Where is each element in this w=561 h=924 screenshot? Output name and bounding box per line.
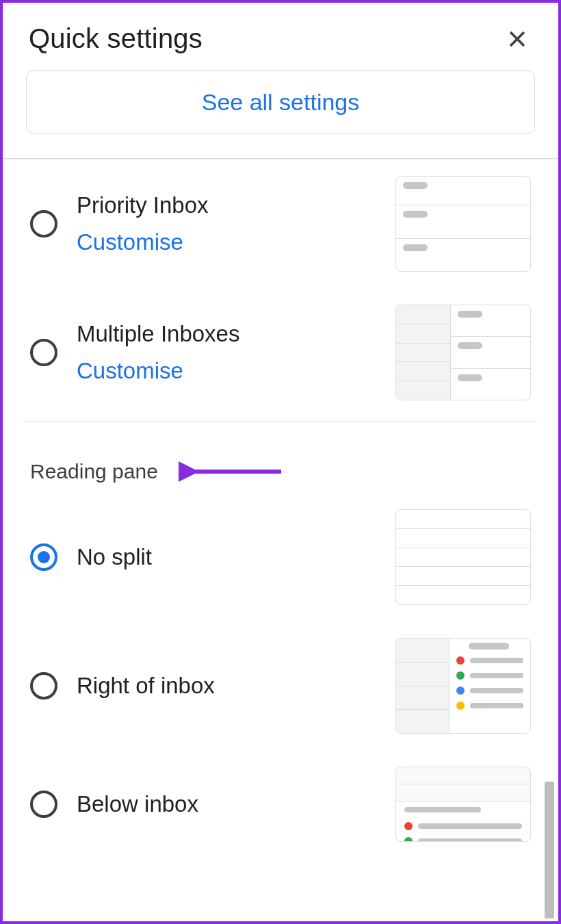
radio-below-inbox[interactable] [30,791,57,818]
close-icon [506,27,529,51]
see-all-settings-label: See all settings [202,89,360,116]
option-below-inbox[interactable]: Below inbox [3,750,558,858]
customise-link-multiple[interactable]: Customise [77,358,376,384]
option-multiple-inboxes[interactable]: Multiple Inboxes Customise [3,288,558,417]
header: Quick settings [3,3,558,70]
option-label: No split [77,544,376,570]
option-label: Below inbox [77,791,376,817]
preview-right-of-inbox [395,638,531,734]
option-label: Right of inbox [77,673,376,699]
see-all-settings-wrap: See all settings [3,70,558,158]
close-button[interactable] [502,24,532,54]
option-label: Priority Inbox [77,192,376,218]
section-divider [23,421,538,422]
option-text: Priority Inbox Customise [77,192,376,255]
see-all-settings-button[interactable]: See all settings [26,70,535,133]
annotation-arrow-icon [179,461,288,482]
preview-priority-inbox [395,176,531,272]
customise-link-priority[interactable]: Customise [77,229,376,255]
scrollbar-thumb[interactable] [545,782,554,919]
option-label: Multiple Inboxes [77,321,376,347]
reading-pane-section: No split Right of inbox [3,493,558,858]
option-priority-inbox[interactable]: Priority Inbox Customise [3,159,558,288]
radio-no-split[interactable] [30,543,57,571]
reading-pane-header: Reading pane [3,426,558,493]
option-text: Right of inbox [77,673,376,699]
page-title: Quick settings [29,23,203,54]
preview-multiple-inboxes [395,305,531,400]
quick-settings-panel: Quick settings See all settings Priority… [0,0,561,924]
radio-right-of-inbox[interactable] [30,672,57,700]
option-text: Below inbox [77,791,376,817]
option-text: No split [77,544,376,570]
reading-pane-title: Reading pane [30,460,158,483]
option-right-of-inbox[interactable]: Right of inbox [3,621,558,750]
radio-priority-inbox[interactable] [30,210,57,238]
preview-no-split [395,509,531,605]
option-text: Multiple Inboxes Customise [77,321,376,384]
radio-multiple-inboxes[interactable] [30,339,57,366]
inbox-type-section: Priority Inbox Customise Multiple Inboxe… [3,159,558,417]
preview-below-inbox [395,767,531,842]
option-no-split[interactable]: No split [3,493,558,621]
